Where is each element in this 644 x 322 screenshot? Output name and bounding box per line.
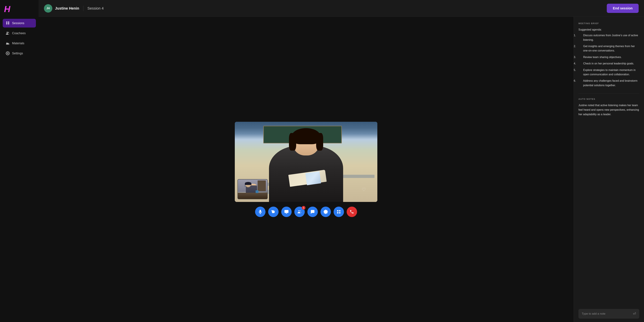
svg-rect-3 <box>8 23 9 24</box>
main-video: ♡ <box>235 122 377 202</box>
agenda-item-3: 3. Review team sharing objectives. <box>578 55 639 59</box>
settings-button[interactable] <box>320 206 331 217</box>
participants-badge: 1 <box>302 206 306 210</box>
panel-divider <box>578 94 639 94</box>
svg-point-6 <box>7 32 8 33</box>
svg-rect-0 <box>6 22 8 22</box>
session-header: JH Justine Henin Session 4 End session <box>38 0 644 17</box>
sidebar-item-sessions-label: Sessions <box>12 22 24 25</box>
sidebar-item-coachees[interactable]: Coachees <box>3 29 36 38</box>
content-area: ♡ <box>38 17 644 322</box>
sessions-icon <box>6 21 10 25</box>
end-session-button[interactable]: End session <box>607 4 639 13</box>
pip-video <box>238 179 268 199</box>
coachee-name: Justine Henin <box>55 6 79 10</box>
pip-desk <box>238 193 267 199</box>
video-container: ♡ <box>235 122 377 202</box>
note-input-wrapper: ⏎ <box>578 309 639 319</box>
svg-point-14 <box>298 210 300 212</box>
right-panel: MEETING BRIEF Suggested agenda: 1. Discu… <box>574 17 644 322</box>
sidebar-item-settings[interactable]: Settings <box>3 49 36 58</box>
suggested-agenda-label: Suggested agenda: <box>578 27 639 32</box>
svg-rect-21 <box>337 212 338 214</box>
agenda-item-1: 1. Discuss outcomes from Justine’s use o… <box>578 33 639 42</box>
screen-share-button[interactable] <box>281 206 292 217</box>
agenda-item-4: 4. Check in on her personal leadership g… <box>578 62 639 66</box>
participants-button[interactable]: 1 <box>294 206 305 217</box>
sidebar-item-materials[interactable]: Materials <box>3 39 36 48</box>
auto-notes-text: Justine noted that active listening make… <box>578 103 639 117</box>
chat-button[interactable] <box>308 206 318 217</box>
call-controls: 1 <box>255 206 357 217</box>
coachees-icon <box>6 31 10 35</box>
svg-point-15 <box>300 210 301 211</box>
send-icon[interactable]: ⏎ <box>633 312 636 316</box>
agenda-item-2: 2. Get insights and emerging themes from… <box>578 44 639 53</box>
note-input-area: ⏎ <box>578 306 639 322</box>
video-area: ♡ <box>38 17 574 322</box>
svg-rect-1 <box>8 22 9 22</box>
svg-rect-22 <box>339 212 340 214</box>
sidebar-item-sessions[interactable]: Sessions <box>3 19 36 28</box>
svg-rect-5 <box>8 24 9 25</box>
video-button[interactable] <box>268 206 278 217</box>
sidebar-item-materials-label: Materials <box>12 42 24 45</box>
svg-rect-2 <box>6 23 8 24</box>
sidebar-item-coachees-label: Coachees <box>12 32 26 35</box>
meeting-brief-title: MEETING BRIEF <box>578 22 639 25</box>
svg-rect-4 <box>6 24 8 25</box>
auto-notes-section: AUTO NOTES Justine noted that active lis… <box>578 98 639 117</box>
svg-point-7 <box>8 32 9 33</box>
settings-icon <box>6 51 10 55</box>
sidebar: H Sessions Coachees <box>0 0 38 322</box>
grid-view-button[interactable] <box>334 206 344 217</box>
agenda-list: 1. Discuss outcomes from Justine’s use o… <box>578 33 639 88</box>
session-label: Session 4 <box>88 6 104 10</box>
heart-decoration: ♡ <box>362 187 366 192</box>
sidebar-item-settings-label: Settings <box>12 52 23 55</box>
agenda-item-6: 6. Address any challenges faced and brai… <box>578 79 639 88</box>
svg-rect-19 <box>337 210 338 212</box>
app-logo: H <box>3 5 36 18</box>
main-area: JH Justine Henin Session 4 End session <box>38 0 644 322</box>
end-call-button[interactable] <box>347 206 357 217</box>
auto-notes-title: AUTO NOTES <box>578 98 639 100</box>
agenda-item-5: 5. Explore strategies to maintain moment… <box>578 68 639 77</box>
note-input[interactable] <box>582 312 631 316</box>
meeting-brief-section: MEETING BRIEF Suggested agenda: 1. Discu… <box>578 22 639 90</box>
svg-rect-20 <box>339 210 340 212</box>
avatar: JH <box>44 4 52 12</box>
materials-icon <box>6 41 10 45</box>
svg-point-10 <box>7 53 8 54</box>
mic-button[interactable] <box>255 206 266 217</box>
